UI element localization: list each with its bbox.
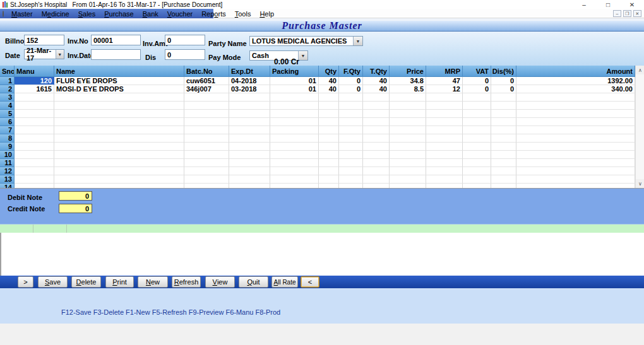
grid-column-header[interactable]: Name (54, 66, 184, 77)
grid-cell[interactable] (15, 134, 54, 143)
chevron-down-icon[interactable]: ▼ (56, 50, 64, 59)
grid-cell[interactable] (363, 93, 390, 102)
table-row[interactable]: 7 (0, 126, 644, 134)
grid-cell[interactable] (54, 167, 184, 175)
grid-column-header[interactable]: Packing (270, 66, 319, 77)
grid-column-header[interactable]: MRP (426, 66, 463, 77)
grid-column-header[interactable]: Exp.Dt (229, 66, 270, 77)
grid-cell[interactable] (426, 134, 463, 143)
grid-cell[interactable] (516, 175, 635, 184)
grid-column-header[interactable]: Price (390, 66, 426, 77)
grid-cell[interactable] (390, 102, 426, 110)
grid-cell[interactable]: 04-2018 (229, 77, 270, 85)
grid-cell[interactable] (516, 102, 635, 110)
grid-cell[interactable] (463, 143, 491, 151)
grid-cell[interactable] (319, 118, 339, 126)
grid-cell[interactable] (363, 143, 390, 151)
grid-cell[interactable] (270, 184, 319, 188)
table-row[interactable]: 11 (0, 159, 644, 167)
menu-item-tools[interactable]: Tools (230, 10, 256, 18)
grid-cell[interactable]: 03-2018 (229, 85, 270, 93)
grid-cell[interactable] (390, 151, 426, 159)
grid-cell[interactable] (54, 143, 184, 151)
grid-cell[interactable] (426, 167, 463, 175)
grid-cell[interactable] (390, 167, 426, 175)
table-row[interactable]: 13 (0, 175, 644, 184)
table-row[interactable]: 6 (0, 118, 644, 126)
grid-cell[interactable]: 120 (15, 77, 54, 85)
grid-cell[interactable] (363, 184, 390, 188)
grid-cell[interactable]: 40 (363, 77, 390, 85)
grid-cell[interactable] (184, 102, 229, 110)
grid-cell[interactable] (15, 110, 54, 118)
grid-cell[interactable] (184, 118, 229, 126)
scroll-up-icon[interactable]: ∧ (636, 66, 644, 74)
grid-cell[interactable] (463, 110, 491, 118)
grid-cell[interactable] (54, 184, 184, 188)
grid-cell[interactable] (491, 167, 516, 175)
grid-cell[interactable]: 1392.00 (516, 77, 635, 85)
grid-cell[interactable] (390, 184, 426, 188)
all-rate-button[interactable]: All Rate (271, 276, 298, 288)
grid-cell[interactable] (270, 159, 319, 167)
grid-cell[interactable] (339, 118, 363, 126)
table-row[interactable]: 14 (0, 184, 644, 188)
grid-cell[interactable]: FLUR EYE DROPS (54, 77, 184, 85)
grid-cell[interactable] (516, 159, 635, 167)
grid-cell[interactable]: 1615 (15, 85, 54, 93)
next-button[interactable]: > (18, 276, 33, 288)
grid-cell[interactable] (15, 184, 54, 188)
grid-column-header[interactable]: T.Qty (363, 66, 390, 77)
grid-cell[interactable] (184, 159, 229, 167)
grid-cell[interactable] (426, 118, 463, 126)
grid-cell[interactable] (270, 151, 319, 159)
grid-column-header[interactable]: F.Qty (339, 66, 363, 77)
grid-cell[interactable] (319, 110, 339, 118)
menu-item-help[interactable]: Help (255, 10, 278, 18)
grid-cell[interactable] (270, 93, 319, 102)
grid-cell[interactable] (54, 134, 184, 143)
grid-cell[interactable]: 12 (426, 85, 463, 93)
grid-column-header[interactable]: Amount (516, 66, 635, 77)
grid-cell[interactable] (463, 126, 491, 134)
grid-cell[interactable]: 10 (0, 151, 15, 159)
grid-cell[interactable] (390, 134, 426, 143)
grid-cell[interactable]: 0 (463, 85, 491, 93)
debit-note-field[interactable]: 0 (59, 191, 92, 201)
grid-column-header[interactable]: Sno (0, 66, 15, 77)
grid-cell[interactable] (463, 159, 491, 167)
grid-cell[interactable] (184, 184, 229, 188)
grid-scrollbar[interactable]: ∧ ∨ (635, 66, 644, 188)
inv-date-field[interactable] (91, 49, 141, 60)
grid-cell[interactable] (516, 118, 635, 126)
grid-cell[interactable] (54, 118, 184, 126)
grid-cell[interactable] (339, 134, 363, 143)
party-name-select[interactable]: LOTUS MEDICAL AGENCIES ▼ (249, 36, 363, 46)
grid-cell[interactable]: 47 (426, 77, 463, 85)
grid-cell[interactable]: 7 (0, 126, 15, 134)
grid-cell[interactable] (229, 184, 270, 188)
grid-cell[interactable]: 4 (0, 102, 15, 110)
chevron-down-icon[interactable]: ▼ (353, 37, 362, 45)
grid-cell[interactable]: 14 (0, 184, 15, 188)
grid-cell[interactable] (463, 102, 491, 110)
grid-cell[interactable] (184, 110, 229, 118)
grid-cell[interactable] (270, 143, 319, 151)
grid-cell[interactable] (339, 167, 363, 175)
grid-cell[interactable] (390, 159, 426, 167)
billno-field[interactable]: 152 (24, 35, 64, 45)
grid-cell[interactable] (15, 118, 54, 126)
grid-cell[interactable]: 01 (270, 77, 319, 85)
grid-cell[interactable] (491, 134, 516, 143)
grid-body[interactable]: 1120FLUR EYE DROPScuw605104-201801400403… (0, 77, 644, 188)
grid-cell[interactable]: 8.5 (390, 85, 426, 93)
maximize-icon[interactable]: □ (596, 0, 620, 9)
grid-cell[interactable] (270, 167, 319, 175)
table-row[interactable]: 1120FLUR EYE DROPScuw605104-201801400403… (0, 77, 644, 85)
minimize-icon[interactable]: – (572, 0, 596, 9)
grid-cell[interactable] (15, 93, 54, 102)
grid-cell[interactable] (339, 126, 363, 134)
grid-cell[interactable] (319, 143, 339, 151)
close-icon[interactable]: ✕ (620, 0, 644, 9)
scroll-down-icon[interactable]: ∨ (636, 179, 644, 188)
